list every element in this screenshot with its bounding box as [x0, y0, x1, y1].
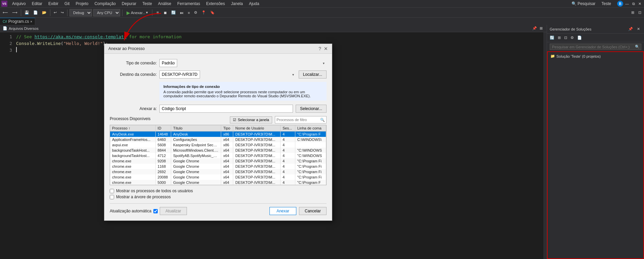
undo-btn[interactable]: ↩ — [52, 10, 58, 15]
show-all-users-checkbox[interactable] — [110, 189, 114, 193]
menu-compilacao[interactable]: Compilação — [92, 1, 118, 7]
minimize-btn[interactable]: — — [624, 1, 630, 6]
col-sessao[interactable]: Ses... — [280, 125, 295, 132]
breadcrumb-icon: 📄 — [3, 26, 7, 31]
forward-btn[interactable]: ⟶ — [11, 10, 19, 15]
toolbar-btn-7[interactable]: 📍 — [200, 10, 207, 15]
select-btn[interactable]: Selecionar... — [296, 105, 327, 113]
cell-5-3: x64 — [221, 158, 233, 164]
process-table-row[interactable]: backgroundTaskHost...4712SpotifyAB.Spoti… — [110, 153, 326, 158]
tab-program-cs[interactable]: C# Program.cs × — [0, 18, 35, 25]
menu-projeto[interactable]: Projeto — [73, 1, 91, 7]
sep2 — [50, 9, 50, 16]
cell-6-2: Google Chrome — [171, 164, 221, 169]
menu-janela[interactable]: Janela — [228, 1, 245, 7]
show-tree-checkbox[interactable] — [110, 195, 114, 199]
attach-action-btn[interactable]: Anexar — [269, 207, 296, 215]
solution-root-item[interactable]: 📁 Solução 'Teste' (0 projetos) — [549, 53, 642, 59]
menu-teste[interactable]: Teste — [140, 1, 155, 7]
toolbar-right-2[interactable]: ⊡ — [637, 10, 643, 15]
cell-0-1: 14648 — [155, 132, 171, 137]
sol-toolbar-btn-2[interactable]: ⊞ — [556, 35, 562, 41]
modal-help-btn[interactable]: ? — [318, 46, 321, 51]
process-table-row[interactable]: backgroundTaskHost...8844MicrosoftWindow… — [110, 148, 326, 153]
toolbar-btn-5[interactable]: ≡ — [186, 10, 191, 15]
col-titulo[interactable]: Título — [171, 125, 221, 132]
panel-close-btn[interactable]: ✕ — [636, 26, 641, 32]
col-usuario[interactable]: Nome de Usuário — [233, 125, 281, 132]
show-tree-row[interactable]: Mostrar a árvore de processos — [110, 195, 327, 199]
cell-1-5: 4 — [280, 137, 295, 142]
new-btn[interactable]: 📄 — [32, 10, 39, 15]
connection-dest-row: Destino da conexão: DESKTOP-IVR3I7D ▾ Lo… — [110, 70, 327, 79]
sol-toolbar-btn-4[interactable]: ⚙ — [569, 35, 575, 41]
process-table-row[interactable]: chrome.exe1168Google Chromex64DESKTOP-IV… — [110, 164, 326, 169]
refresh-btn[interactable]: Atualizar — [160, 207, 187, 215]
menu-analise[interactable]: Análise — [155, 1, 174, 7]
process-table-row[interactable]: chrome.exe9208Google Chromex64DESKTOP-IV… — [110, 158, 326, 164]
connection-type-select[interactable]: Padrão — [159, 59, 177, 67]
attach-to-input[interactable] — [159, 105, 293, 113]
window-close-btn[interactable]: ✕ — [637, 1, 643, 7]
restore-btn[interactable]: ⧉ — [631, 1, 636, 7]
menu-exibir[interactable]: Exibir — [46, 1, 61, 7]
sol-toolbar-btn-3[interactable]: ⊡ — [563, 35, 568, 41]
modal-close-btn[interactable]: ✕ — [324, 46, 328, 51]
filter-input[interactable] — [277, 118, 320, 122]
process-table-wrapper[interactable]: Processo ↑ ID Título Tipo Nome de Usuári… — [110, 125, 327, 185]
cell-3-2: MicrosoftWindows.Client.CBS_1000.1... — [171, 148, 221, 153]
col-cmdline[interactable]: Linha de coma — [295, 125, 326, 132]
col-processo[interactable]: Processo ↑ — [110, 125, 155, 132]
cell-8-2: Google Chrome — [171, 174, 221, 180]
toolbar-btn-2[interactable]: ⏹ — [162, 10, 168, 15]
menu-pesquisar[interactable]: 🔍 Pesquisar — [569, 1, 598, 7]
toolbar-btn-3[interactable]: 🔄 — [170, 10, 177, 15]
tab-close-btn[interactable]: × — [30, 20, 32, 23]
solution-search-input[interactable] — [550, 44, 634, 50]
debug-config-dropdown[interactable]: Debug — [69, 9, 92, 16]
col-id[interactable]: ID — [155, 125, 171, 132]
toolbar-btn-1[interactable]: ⏸ — [154, 10, 161, 15]
menu-depurar[interactable]: Depurar — [119, 1, 139, 7]
menu-extensoes[interactable]: Extensões — [203, 1, 228, 7]
redo-btn[interactable]: ↪ — [59, 10, 65, 15]
auto-refresh-checkbox[interactable] — [153, 209, 158, 213]
process-table-row[interactable]: chrome.exe5000Google Chromex64DESKTOP-IV… — [110, 180, 326, 185]
editor-pin-btn[interactable]: 📌 — [531, 25, 538, 31]
process-table-row[interactable]: avpui.exe5608Kaspersky Endpoint Security… — [110, 142, 326, 148]
select-window-btn[interactable]: ☑ Selecionar a janela — [230, 116, 272, 123]
available-processes-section: Processos Disponíveis ☑ Selecionar a jan… — [110, 116, 327, 185]
process-table-row[interactable]: ApplicationFrameHos...6460Configuraçõesx… — [110, 137, 326, 142]
editor-scrollbar[interactable] — [543, 32, 547, 259]
toolbar-btn-8[interactable]: 🔖 — [209, 10, 216, 15]
connection-dest-select[interactable]: DESKTOP-IVR3I7D — [159, 70, 200, 79]
sol-toolbar-btn-1[interactable]: 🔄 — [548, 35, 556, 41]
toolbar-right-1[interactable]: ⊞ — [630, 10, 636, 15]
find-btn[interactable]: Localizar... — [299, 70, 327, 79]
process-table-row[interactable]: chrome.exe2692Google Chromex64DESKTOP-IV… — [110, 169, 326, 174]
cpu-dropdown[interactable]: Any CPU — [93, 9, 120, 16]
attach-btn[interactable]: ▶ Anexar... ▾ — [125, 9, 150, 16]
menu-teste-right[interactable]: Teste — [599, 1, 614, 7]
process-table-row[interactable]: AnyDesk.exe14648AnyDeskx86DESKTOP-IVR3I7… — [110, 132, 326, 137]
menu-bar: VS Arquivo Editar Exibir Git Projeto Com… — [0, 0, 644, 7]
toolbar-btn-6[interactable]: ⚙ — [193, 10, 199, 15]
modal-title: Anexar ao Processo — [108, 46, 145, 51]
editor-split-btn[interactable]: ⊞ — [538, 25, 544, 31]
process-table-row[interactable]: chrome.exe20088Google Chromex64DESKTOP-I… — [110, 174, 326, 180]
cancel-action-btn[interactable]: Cancelar — [299, 207, 327, 215]
menu-git[interactable]: Git — [62, 1, 72, 7]
sol-toolbar-btn-5[interactable]: 📄 — [576, 35, 583, 41]
menu-ferramentas[interactable]: Ferramentas — [175, 1, 203, 7]
show-all-users-row[interactable]: Mostrar os processos de todos os usuário… — [110, 189, 327, 193]
col-tipo[interactable]: Tipo — [221, 125, 233, 132]
menu-arquivo[interactable]: Arquivo — [9, 1, 29, 7]
toolbar-btn-4[interactable]: ⏭ — [179, 10, 185, 15]
menu-editar[interactable]: Editar — [29, 1, 45, 7]
solution-search-btn[interactable]: 🔍 — [634, 44, 641, 50]
back-btn[interactable]: ⟵ — [1, 10, 9, 15]
save-btn[interactable]: 💾 — [23, 10, 31, 15]
open-btn[interactable]: 📂 — [41, 10, 48, 15]
menu-ajuda[interactable]: Ajuda — [246, 1, 262, 7]
panel-pin-btn[interactable]: 📌 — [627, 26, 634, 32]
